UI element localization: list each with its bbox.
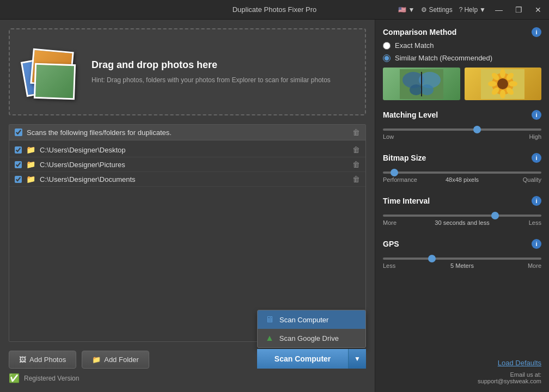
delete-all-icon[interactable]: 🗑	[352, 128, 360, 137]
file-checkbox-1[interactable]	[15, 161, 22, 168]
right-footer: Load Defaults Email us at: support@systw…	[383, 359, 541, 384]
file-list-header-label: Scans the following files/folders for du…	[27, 128, 172, 137]
photo-card-3	[34, 63, 76, 100]
scan-dropdown-wrapper: 🖥 Scan Computer ▲ Scan Google Drive Scan…	[257, 310, 366, 369]
delete-row-0-icon[interactable]: 🗑	[352, 145, 360, 154]
gps-slider[interactable]	[383, 258, 541, 260]
matching-level-slider-wrapper: Low High	[383, 124, 541, 140]
app-title: Duplicate Photos Fixer Pro	[233, 5, 317, 14]
scan-main-button: Scan Computer ▼	[257, 349, 366, 369]
table-row: 📁 C:\Users\Designer\Pictures 🗑	[9, 157, 365, 172]
comparison-method-section: Comparison Method i Exact Match Similar …	[383, 27, 541, 102]
add-photos-button[interactable]: 🖼 Add Photos	[9, 351, 76, 369]
similar-match-radio[interactable]: Similar Match (Recommended)	[383, 54, 541, 62]
language-flag[interactable]: 🇺🇸 ▼	[398, 6, 414, 14]
bitmap-size-slider[interactable]	[383, 171, 541, 174]
file-row-left: 📁 C:\Users\Designer\Desktop	[15, 145, 126, 154]
email-value: support@systweak.com	[478, 378, 541, 384]
gps-slider-wrapper: Less 5 Meters More	[383, 253, 541, 269]
email-section: Email us at: support@systweak.com	[383, 371, 541, 384]
gear-icon: ⚙	[421, 6, 427, 14]
matching-level-slider[interactable]	[383, 128, 541, 131]
svg-point-4	[420, 84, 434, 95]
minimize-button[interactable]: —	[492, 4, 505, 15]
help-link[interactable]: ? Help ▼	[459, 6, 486, 14]
time-interval-info-icon[interactable]: i	[532, 196, 541, 206]
file-list-container: Scans the following files/folders for du…	[9, 124, 366, 342]
exact-match-radio[interactable]: Exact Match	[383, 41, 541, 50]
scan-computer-button[interactable]: Scan Computer	[257, 349, 348, 369]
title-bar-controls: 🇺🇸 ▼ ⚙ Settings ? Help ▼ — ❐ ✕	[398, 4, 545, 15]
exact-match-input[interactable]	[383, 42, 391, 50]
folder-icon-2: 📁	[26, 175, 35, 183]
bitmap-size-value: 48x48 pixels	[446, 176, 479, 183]
restore-button[interactable]: ❐	[512, 4, 525, 15]
scan-google-drive-menu-item[interactable]: ▲ Scan Google Drive	[258, 329, 365, 347]
time-interval-slider[interactable]	[383, 215, 541, 217]
folder-icon-1: 📁	[26, 160, 35, 169]
scan-dropdown-arrow-button[interactable]: ▼	[348, 349, 366, 369]
file-list-header-left: Scans the following files/folders for du…	[15, 128, 172, 137]
close-button[interactable]: ✕	[532, 4, 545, 15]
left-panel: Drag and drop photos here Hint: Drag pho…	[0, 20, 375, 392]
photo-stack-icon	[21, 42, 81, 102]
status-bar: ✅ Registered Version	[9, 373, 366, 383]
file-path-2: C:\Users\Designer\Documents	[40, 175, 136, 183]
svg-point-11	[509, 81, 517, 87]
monitor-icon: 🖥	[265, 315, 274, 324]
drop-zone-text: Drag and drop photos here Hint: Drag pho…	[91, 59, 331, 85]
comparison-images	[383, 68, 541, 100]
file-checkbox-0[interactable]	[15, 146, 22, 154]
comparison-radio-group: Exact Match Similar Match (Recommended)	[383, 41, 541, 62]
delete-row-2-icon[interactable]: 🗑	[352, 175, 360, 183]
file-path-0: C:\Users\Designer\Desktop	[40, 146, 126, 154]
folder-icon-0: 📁	[26, 145, 35, 154]
file-list-body: 📁 C:\Users\Designer\Desktop 🗑 📁 C:\Users…	[9, 140, 365, 189]
bitmap-size-slider-wrapper: Performance 48x48 pixels Quality	[383, 167, 541, 183]
comparison-image-butterfly	[383, 68, 460, 100]
bitmap-size-section: Bitmap Size i Performance 48x48 pixels Q…	[383, 153, 541, 185]
svg-point-15	[488, 81, 497, 87]
similar-match-input[interactable]	[383, 54, 391, 62]
matching-level-info-icon[interactable]: i	[532, 110, 541, 120]
registered-label: Registered Version	[24, 375, 79, 382]
table-row: 📁 C:\Users\Designer\Documents 🗑	[9, 172, 365, 187]
select-all-checkbox[interactable]	[15, 128, 22, 136]
drop-zone[interactable]: Drag and drop photos here Hint: Drag pho…	[9, 28, 366, 115]
gps-section: GPS i Less 5 Meters More	[383, 239, 541, 271]
settings-link[interactable]: ⚙ Settings	[421, 6, 452, 14]
matching-level-labels: Low High	[383, 133, 541, 140]
email-label: Email us at:	[510, 371, 541, 378]
matching-level-title: Matching Level i	[383, 110, 541, 120]
bitmap-size-info-icon[interactable]: i	[532, 153, 541, 163]
svg-point-8	[497, 78, 508, 89]
scan-computer-menu-item[interactable]: 🖥 Scan Computer	[258, 310, 365, 329]
gps-labels: Less 5 Meters More	[383, 262, 541, 269]
help-icon: ?	[459, 6, 463, 14]
svg-point-9	[500, 69, 505, 78]
google-drive-icon: ▲	[265, 333, 274, 343]
bottom-bar: 🖼 Add Photos 📁 Add Folder 🖥 Scan Compute…	[9, 351, 366, 369]
file-path-1: C:\Users\Designer\Pictures	[40, 161, 125, 169]
butterfly-svg	[400, 69, 443, 99]
bitmap-size-title: Bitmap Size i	[383, 153, 541, 163]
file-row-left-1: 📁 C:\Users\Designer\Pictures	[15, 160, 125, 169]
gps-title: GPS i	[383, 239, 541, 249]
file-row-left-2: 📁 C:\Users\Designer\Documents	[15, 175, 136, 183]
matching-level-section: Matching Level i Low High	[383, 110, 541, 142]
load-defaults-link[interactable]: Load Defaults	[498, 359, 541, 367]
time-interval-labels: More 30 seconds and less Less	[383, 219, 541, 226]
scan-dropdown-menu: 🖥 Scan Computer ▲ Scan Google Drive	[257, 310, 366, 348]
scan-google-drive-label: Scan Google Drive	[279, 334, 339, 342]
add-folder-button[interactable]: 📁 Add Folder	[82, 351, 149, 369]
title-bar: Duplicate Photos Fixer Pro 🇺🇸 ▼ ⚙ Settin…	[0, 0, 549, 20]
file-checkbox-2[interactable]	[15, 176, 22, 183]
add-photos-icon: 🖼	[19, 356, 26, 364]
gps-info-icon[interactable]: i	[532, 239, 541, 249]
comparison-image-sunflower	[465, 68, 542, 100]
delete-row-1-icon[interactable]: 🗑	[352, 160, 360, 169]
comparison-method-title: Comparison Method i	[383, 27, 541, 37]
comparison-info-icon[interactable]: i	[532, 27, 541, 37]
scan-computer-menu-label: Scan Computer	[279, 316, 328, 324]
time-interval-section: Time Interval i More 30 seconds and less…	[383, 196, 541, 228]
